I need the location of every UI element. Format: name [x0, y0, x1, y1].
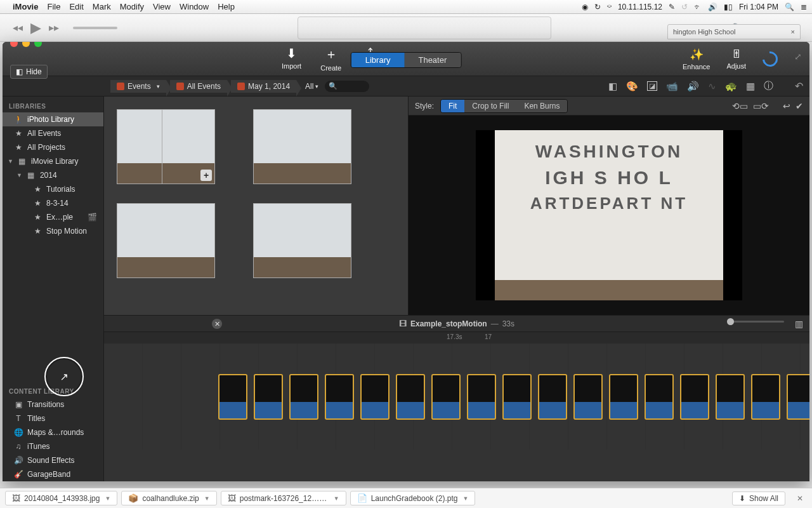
timeline-clip[interactable] — [325, 374, 354, 420]
fullscreen-icon[interactable]: ⤢ — [794, 51, 802, 70]
sidebar-item-8-3-14[interactable]: ★8-3-14 — [3, 196, 103, 210]
volume-slider[interactable] — [73, 27, 117, 29]
create-button[interactable]: ＋Create — [320, 46, 341, 72]
volume-adjust-icon[interactable]: 🔊 — [687, 81, 699, 92]
close-tab-icon[interactable]: × — [791, 28, 795, 36]
menu-help[interactable]: Help — [218, 2, 235, 11]
sidebar-item-2014[interactable]: ▼▦2014 — [3, 168, 103, 182]
undo-icon[interactable]: ↶ — [795, 80, 803, 92]
sync-icon[interactable]: ↻ — [594, 3, 601, 11]
timeline-track[interactable] — [104, 344, 809, 450]
filter-all-dropdown[interactable]: All▾ — [305, 82, 318, 91]
content-sound-effects[interactable]: 🔊Sound Effects — [3, 453, 103, 467]
speed-icon[interactable]: 🐢 — [725, 81, 737, 92]
content-maps[interactable]: 🌐Maps &…rounds — [3, 425, 103, 439]
clip-thumbnail[interactable]: + — [117, 109, 215, 184]
menu-file[interactable]: File — [47, 2, 60, 11]
spotlight-icon[interactable]: 🔍 — [785, 3, 794, 11]
content-transitions[interactable]: ▣Transitions — [3, 398, 103, 411]
prev-track-icon[interactable]: ◂◂ — [13, 22, 23, 34]
safari-tab[interactable]: hington High School × — [667, 24, 801, 39]
timeline-clip[interactable] — [573, 374, 603, 420]
timeline-clip[interactable] — [502, 374, 532, 420]
import-button[interactable]: ⬇Import — [282, 46, 301, 72]
app-name[interactable]: iMovie — [13, 2, 38, 11]
event-search-input[interactable]: 🔍 — [325, 81, 369, 92]
disclosure-triangle-icon[interactable]: ▼ — [16, 172, 22, 178]
zoom-slider[interactable] — [727, 321, 784, 323]
menu-mark[interactable]: Mark — [93, 2, 111, 11]
crumb-all-events[interactable]: All Events — [170, 80, 227, 93]
timeline-clip[interactable] — [360, 374, 390, 420]
clip-filter-icon[interactable]: ▦ — [746, 81, 755, 92]
download-item[interactable]: 📄LaunchGradebook (2).ptg▼ — [350, 491, 476, 505]
timeline-clip[interactable] — [609, 374, 638, 420]
mode-theater[interactable]: Theater — [404, 53, 461, 67]
info-icon[interactable]: ⓘ — [764, 80, 773, 92]
clock[interactable]: Fri 1:04 PM — [739, 3, 778, 11]
menu-modify[interactable]: Modify — [120, 2, 144, 11]
download-item[interactable]: 🖼20140804_143938.jpg▼ — [5, 491, 117, 505]
timeline-clip[interactable] — [218, 374, 247, 420]
sidebar-item-tutorials[interactable]: ★Tutorials — [3, 182, 103, 196]
minimize-window-button[interactable] — [22, 42, 30, 47]
download-item[interactable]: 📦coalhandluke.zip▼ — [121, 491, 216, 505]
disclosure-triangle-icon[interactable]: ▼ — [8, 158, 13, 164]
close-window-button[interactable] — [10, 42, 18, 47]
volume-icon[interactable]: 🔊 — [708, 3, 717, 11]
download-item[interactable]: 🖼postmark-163726_12….jpg▼ — [221, 491, 346, 505]
timeline-clip[interactable] — [289, 374, 318, 420]
timeline-clip[interactable] — [538, 374, 567, 420]
style-crop-to-fill[interactable]: Crop to Fill — [464, 100, 516, 112]
crop-icon[interactable]: ◪ — [647, 81, 657, 91]
shield-icon[interactable]: ⌔ — [607, 3, 612, 11]
next-track-icon[interactable]: ▸▸ — [49, 22, 59, 34]
timemachine-icon[interactable]: ↺ — [681, 3, 688, 11]
wifi-icon[interactable]: ᯤ — [694, 3, 702, 11]
style-fit[interactable]: Fit — [441, 100, 464, 112]
chevron-down-icon[interactable]: ▼ — [462, 495, 468, 502]
preview-viewer[interactable]: WASHINGTON IGH S HO L ARTDEPART NT — [476, 130, 742, 300]
sidebar-item-iphoto[interactable]: 🚶iPhoto Library — [3, 112, 103, 126]
show-all-downloads-button[interactable]: ⬇Show All — [732, 491, 785, 505]
content-itunes[interactable]: ♫iTunes — [3, 439, 103, 453]
chevron-down-icon[interactable]: ▼ — [334, 495, 339, 502]
timeline-ruler[interactable]: 17.3s 17 — [104, 332, 809, 344]
timeline-clip[interactable] — [680, 374, 709, 420]
clip-thumbnail[interactable] — [117, 203, 215, 278]
timeline-clip[interactable] — [467, 374, 496, 420]
close-project-icon[interactable]: ✕ — [212, 319, 222, 329]
add-clip-icon[interactable]: + — [200, 170, 212, 181]
adjust-button[interactable]: 🎚Adjust — [726, 48, 746, 70]
menu-window[interactable]: Window — [180, 2, 209, 11]
menu-extra-icon[interactable]: ✎ — [669, 3, 675, 11]
clip-thumbnail[interactable] — [253, 203, 351, 278]
play-icon[interactable]: ▶ — [30, 20, 41, 36]
crumb-date[interactable]: May 1, 2014 — [231, 80, 296, 93]
zoom-window-button[interactable] — [34, 42, 42, 47]
content-garageband[interactable]: 🎸GarageBand — [3, 467, 103, 481]
sidebar-item-all-events[interactable]: ★All Events — [3, 126, 103, 140]
timeline-clip[interactable] — [787, 374, 809, 420]
clip-thumbnail[interactable] — [253, 109, 351, 184]
timeline-clip[interactable] — [431, 374, 461, 420]
crop-style-segmented[interactable]: Fit Crop to Fill Ken Burns — [440, 99, 568, 113]
screenrecord-icon[interactable]: ◉ — [582, 3, 588, 11]
timeline-settings-icon[interactable]: ▥ — [795, 319, 803, 329]
style-ken-burns[interactable]: Ken Burns — [516, 100, 567, 112]
timeline-clip[interactable] — [254, 374, 283, 420]
reset-icon[interactable]: ↩ — [783, 101, 790, 111]
menu-edit[interactable]: Edit — [69, 2, 83, 11]
rotate-ccw-icon[interactable]: ⟲▭ — [732, 101, 748, 111]
sidebar-item-stopmotion[interactable]: ★Stop Motion — [3, 224, 103, 238]
rotate-cw-icon[interactable]: ▭⟳ — [753, 101, 769, 111]
timeline-clip[interactable] — [751, 374, 780, 420]
stabilize-icon[interactable]: 📹 — [666, 81, 678, 92]
chevron-down-icon[interactable]: ▼ — [105, 495, 110, 502]
noise-reduce-icon[interactable]: ∿ — [708, 81, 716, 92]
sidebar-item-imovie-library[interactable]: ▼▦iMovie Library — [3, 154, 103, 168]
notification-center-icon[interactable]: ≣ — [801, 3, 807, 11]
apply-icon[interactable]: ✔ — [796, 101, 803, 111]
timeline-clip[interactable] — [396, 374, 425, 420]
mode-segmented[interactable]: Library Theater — [351, 52, 462, 68]
